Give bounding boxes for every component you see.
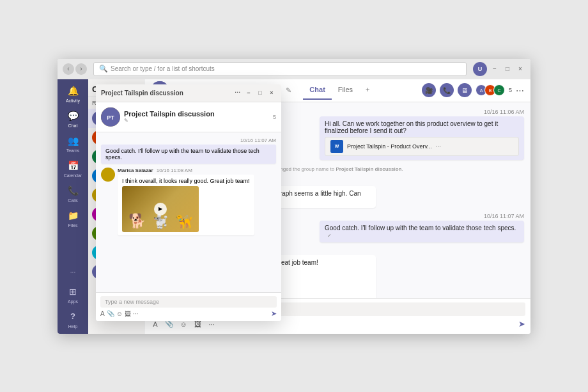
title-bar-nav: ‹ › xyxy=(63,63,87,75)
sidebar-item-calendar[interactable]: 📅 Calendar xyxy=(60,157,86,180)
calls-icon: 📞 xyxy=(66,184,79,197)
teams-icon: 👥 xyxy=(66,134,79,147)
tab-add[interactable]: + xyxy=(359,81,376,100)
popup-subtitle: ✎ xyxy=(124,118,215,123)
popup-messages: 10/16 11:07 AM Good catch. I'll follow u… xyxy=(96,132,281,292)
popup-message-time: 10/16 11:08 AM xyxy=(157,168,192,173)
app-window: ‹ › 🔍 Search or type / for a list of sho… xyxy=(58,59,530,334)
send-button[interactable]: ➤ xyxy=(518,319,525,329)
popup-send-button[interactable]: ➤ xyxy=(271,310,277,318)
edit-title-icon[interactable]: ✎ xyxy=(286,86,291,95)
sidebar-label-activity: Activity xyxy=(66,98,80,103)
more-options-icon[interactable]: ··· xyxy=(436,143,441,150)
popup-input-toolbar: A 📎 ☺ 🖼 ··· ➤ xyxy=(100,310,277,318)
files-icon: 📁 xyxy=(66,209,79,222)
sidebar-label-calls: Calls xyxy=(68,198,78,203)
file-icon: W xyxy=(330,140,343,153)
svg-text:PT: PT xyxy=(107,114,114,121)
popup-more-tools-icon[interactable]: ··· xyxy=(133,310,138,317)
popup-close-button[interactable]: × xyxy=(267,88,276,97)
screen-share-button[interactable]: 🖥 xyxy=(458,83,472,97)
popup-sender-avatar xyxy=(101,168,115,182)
popup-message-input[interactable]: Type a new message xyxy=(100,296,277,308)
popup-avatar: PT xyxy=(101,107,120,127)
sidebar-label-files: Files xyxy=(68,223,78,228)
chat-header-actions: 🎥 📞 🖥 A B C 5 ⋯ xyxy=(422,83,524,97)
search-icon: 🔍 xyxy=(99,65,108,73)
forward-button[interactable]: › xyxy=(75,63,87,75)
tab-chat[interactable]: Chat xyxy=(303,81,331,100)
participants-count: 5 xyxy=(509,87,512,93)
popup-title: Project Tailspin discussion xyxy=(101,90,183,97)
popup-attach-tool[interactable]: 📎 xyxy=(107,310,114,317)
sidebar: 🔔 Activity 💬 Chat 👥 Teams 📅 Calendar 📞 C… xyxy=(58,79,88,334)
sidebar-item-chat[interactable]: 💬 Chat xyxy=(60,107,86,130)
minimize-button[interactable]: − xyxy=(490,64,500,74)
title-bar: ‹ › 🔍 Search or type / for a list of sho… xyxy=(58,59,530,79)
read-receipt: ✓ xyxy=(327,233,332,239)
popup-message-bubble: I think overall, it looks really good. G… xyxy=(118,175,254,235)
message-bubble: Good catch. I'll follow up with the team… xyxy=(320,221,524,242)
popup-title-actions: ⋯ − □ × xyxy=(233,88,276,97)
search-placeholder: Search or type / for a list of shortcuts xyxy=(111,65,215,72)
popup-minimize-button[interactable]: − xyxy=(244,88,253,97)
popup-play-button[interactable]: ▶ xyxy=(154,203,167,216)
file-name: Project Tailspin - Product Overv... xyxy=(347,143,432,150)
popup-format-text-tool[interactable]: A xyxy=(100,310,105,317)
sidebar-item-more[interactable]: ··· xyxy=(60,263,86,281)
sidebar-label-calendar: Calendar xyxy=(64,173,82,178)
popup-header: PT Project Tailspin discussion ✎ 5 xyxy=(96,102,281,132)
popup-message-meta: 10/16 11:07 AM xyxy=(240,137,276,143)
apps-icon: ⊞ xyxy=(66,285,79,298)
activity-icon: 🔔 xyxy=(66,84,79,97)
participant-avatars: A B C xyxy=(476,84,505,96)
close-button[interactable]: × xyxy=(515,64,525,74)
sidebar-bottom: ··· ⊞ Apps ? Help xyxy=(60,263,86,334)
popup-sender-name: Marisa Salazar xyxy=(118,168,153,173)
help-icon: ? xyxy=(66,310,79,323)
title-bar-right: U − □ × xyxy=(473,62,525,76)
message-bubble: Hi all. Can we work together on this pro… xyxy=(320,116,524,160)
popup-chat-title: Project Tailspin discussion xyxy=(124,110,215,118)
popup-message-meta: Marisa Salazar 10/16 11:08 AM xyxy=(118,168,254,173)
message-meta: 10/16 11:06 AM xyxy=(484,109,524,115)
popup-message-row: 10/16 11:07 AM Good catch. I'll follow u… xyxy=(101,137,276,164)
popup-message-row: Marisa Salazar 10/16 11:08 AM I think ov… xyxy=(101,168,276,235)
sidebar-item-apps[interactable]: ⊞ Apps xyxy=(60,283,86,306)
file-attachment[interactable]: W Project Tailspin - Product Overv... ··… xyxy=(325,137,519,156)
title-bar-left: ‹ › xyxy=(63,63,87,75)
message-meta: 10/16 11:07 AM xyxy=(484,213,524,219)
popup-message-time: 10/16 11:07 AM xyxy=(240,137,276,143)
sidebar-item-activity[interactable]: 🔔 Activity xyxy=(60,82,86,106)
calendar-icon: 📅 xyxy=(66,159,79,172)
sidebar-item-calls[interactable]: 📞 Calls xyxy=(60,182,86,205)
message-time: 10/16 11:07 AM xyxy=(484,213,524,219)
sidebar-item-help[interactable]: ? Help xyxy=(60,308,86,331)
popup-video-thumbnail[interactable]: 🐕 🐩 🦮 ▶ xyxy=(122,186,199,232)
search-bar[interactable]: 🔍 Search or type / for a list of shortcu… xyxy=(93,62,467,76)
video-call-button[interactable]: 🎥 xyxy=(422,83,436,97)
sidebar-label-chat: Chat xyxy=(68,123,78,128)
sidebar-label-help: Help xyxy=(68,324,77,329)
popup-emoji-tool[interactable]: ☺ xyxy=(116,310,123,317)
tab-files[interactable]: Files xyxy=(332,81,359,100)
popup-image-tool[interactable]: 🖼 xyxy=(125,310,131,317)
sidebar-item-files[interactable]: 📁 Files xyxy=(60,207,86,230)
user-avatar: U xyxy=(473,62,487,76)
popup-participants: 5 xyxy=(273,114,276,120)
chat-icon: 💬 xyxy=(66,109,79,122)
audio-call-button[interactable]: 📞 xyxy=(440,83,454,97)
sidebar-label-teams: Teams xyxy=(66,148,80,153)
popup-more-icon[interactable]: ⋯ xyxy=(233,88,242,97)
maximize-button[interactable]: □ xyxy=(502,64,513,74)
popup-input-area: Type a new message A 📎 ☺ 🖼 ··· ➤ xyxy=(96,292,281,321)
popup-window: Project Tailspin discussion ⋯ − □ × PT P… xyxy=(96,84,281,321)
sidebar-item-teams[interactable]: 👥 Teams xyxy=(60,132,86,155)
popup-maximize-button[interactable]: □ xyxy=(256,88,265,97)
back-button[interactable]: ‹ xyxy=(63,63,74,75)
more-icon: ··· xyxy=(66,266,79,279)
sidebar-label-apps: Apps xyxy=(68,299,78,304)
popup-message-content: Marisa Salazar 10/16 11:08 AM I think ov… xyxy=(118,168,254,235)
more-options-icon[interactable]: ⋯ xyxy=(516,86,524,95)
chat-tabs: Chat Files + xyxy=(303,81,376,100)
